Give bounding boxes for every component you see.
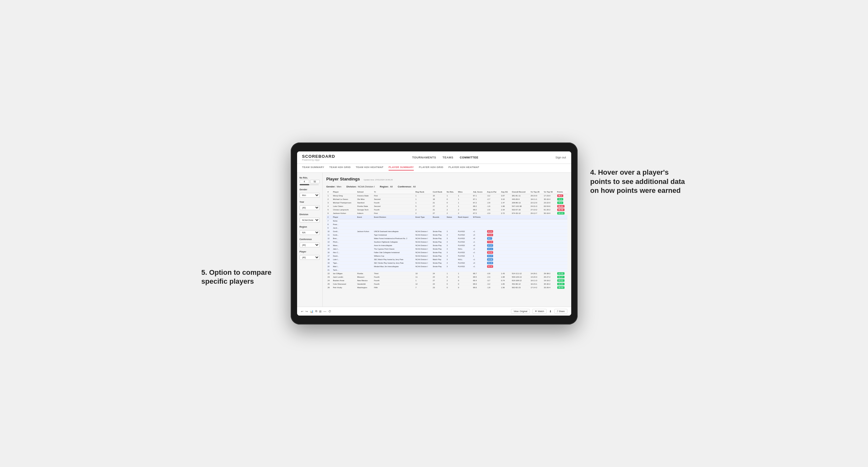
update-time: Update time: 27/01/2024 16:56:26 bbox=[364, 179, 393, 181]
view-button[interactable]: View: Original bbox=[511, 309, 530, 314]
cell-school: Auburn bbox=[356, 212, 373, 215]
cell-yr: Fourth bbox=[373, 201, 414, 205]
col-num: # bbox=[327, 190, 332, 194]
region-select[interactable]: N/A bbox=[300, 230, 320, 235]
slider-bar[interactable] bbox=[300, 184, 319, 185]
cell-conf-rank: 21 bbox=[431, 208, 445, 212]
table-row[interactable]: 3 Michael Thorbjornsen Stanford Fourth 1… bbox=[327, 201, 567, 205]
cell-points[interactable]: 39.95 bbox=[556, 282, 567, 286]
table-header-area: Player Standings Update time: 27/01/2024… bbox=[327, 177, 567, 188]
table-row[interactable]: 23 Jack Lundin Missouri Fourth 11 24 0 0… bbox=[327, 275, 567, 279]
redo-icon[interactable]: ↪ bbox=[305, 310, 308, 313]
gender-select[interactable]: Men bbox=[300, 193, 320, 198]
share-button[interactable]: ⤴ Share bbox=[554, 309, 567, 314]
subnav-team-h2h-heatmap[interactable]: TEAM H2H HEATMAP bbox=[356, 166, 383, 170]
nav-teams[interactable]: TEAMS bbox=[442, 156, 453, 159]
conference-select[interactable]: (All) bbox=[300, 243, 320, 247]
subnav-player-h2h-heatmap[interactable]: PLAYER H2H HEATMAP bbox=[448, 166, 479, 170]
tooltip-data-row: 20 Matt I... Mirabel Maui Jim Intercolle… bbox=[327, 265, 567, 269]
points-badge[interactable]: 39.95 bbox=[557, 283, 564, 285]
cell-conf-rank: 27 bbox=[431, 205, 445, 208]
tooltip-data-row: 10 Gordi... Jackson Kohon UNCW Seahawk I… bbox=[327, 230, 567, 234]
table-row[interactable]: 25 Cole Sherwood Vanderbilt Fourth 12 24… bbox=[327, 282, 567, 286]
cell-avg-sg: 1.56 bbox=[500, 286, 511, 289]
cell-num: 2 bbox=[327, 198, 332, 201]
division-select[interactable]: NCAA Division I bbox=[300, 218, 320, 222]
cell-wins: 0 bbox=[457, 275, 472, 279]
cell-wins: 2 bbox=[457, 208, 472, 212]
cell-conf-rank: 15 bbox=[431, 194, 445, 198]
no-rds-from[interactable] bbox=[300, 180, 309, 183]
points-badge[interactable]: 40.02 bbox=[557, 279, 564, 282]
cell-to-par: -3.7 bbox=[486, 279, 500, 282]
cell-player: Bastien Amat bbox=[332, 279, 356, 282]
table-row[interactable]: 4 Luke Claton Florida State Second 5 27 … bbox=[327, 205, 567, 208]
table-row[interactable]: 2 Michael La Sasso Ole Miss Second 1 18 … bbox=[327, 198, 567, 201]
cell-points[interactable]: 88.2 bbox=[556, 194, 567, 198]
cell-points[interactable]: 40.02 bbox=[556, 279, 567, 282]
download-icon[interactable]: ⬇ bbox=[549, 310, 552, 313]
sign-out[interactable]: Sign out bbox=[555, 156, 566, 159]
chart-icon[interactable]: 📊 bbox=[310, 310, 313, 313]
cell-vs25: 16-23-1 bbox=[529, 282, 542, 286]
cell-points[interactable]: 76.3 bbox=[556, 198, 567, 201]
cell-points[interactable]: 40.58 bbox=[556, 272, 567, 275]
points-badge[interactable]: 86.94 bbox=[557, 205, 564, 208]
cell-points[interactable]: 86.94 bbox=[556, 205, 567, 208]
cell-wins: 1 bbox=[457, 272, 472, 275]
cell-points[interactable]: 68.18 bbox=[556, 212, 567, 215]
cell-no-rds: 0 bbox=[445, 198, 457, 201]
annotation-left: 5. Option to compare specific players bbox=[202, 268, 278, 286]
cell-school: New Mexico bbox=[356, 279, 373, 282]
clock-icon[interactable]: ⏱ bbox=[328, 310, 331, 313]
table-row[interactable]: 5 Christo Lamprecht Georgia Tech Fourth … bbox=[327, 208, 567, 212]
watch-button[interactable]: 👁 Watch bbox=[532, 309, 547, 314]
cell-wins: 1 bbox=[457, 205, 472, 208]
tooltip-data-row: 14 Mane... Amer An Intercollegiate NCAA … bbox=[327, 244, 567, 247]
layout-icon[interactable]: ⊞ bbox=[319, 310, 322, 313]
cell-num: 25 bbox=[327, 282, 332, 286]
cell-player: Christo Lamprecht bbox=[332, 208, 356, 212]
table-row[interactable]: 6 Jackson Kohon Auburn First 2 27 2 2 67… bbox=[327, 212, 567, 215]
cell-points[interactable]: 40.27 bbox=[556, 275, 567, 279]
points-badge[interactable]: 40.58 bbox=[557, 272, 564, 275]
points-badge[interactable]: 40.27 bbox=[557, 276, 564, 278]
subnav-player-h2h-grid[interactable]: PLAYER H2H GRID bbox=[419, 166, 443, 170]
table-row[interactable]: 22 Ian Gilligan Florida Third 10 24 1 1 … bbox=[327, 272, 567, 275]
col-player: Player bbox=[332, 190, 356, 194]
table-row[interactable]: 1 Wenyi Ding Arizona State First 1 15 1 … bbox=[327, 194, 567, 198]
subnav-team-h2h-grid[interactable]: TEAM H2H GRID bbox=[329, 166, 351, 170]
copy-icon[interactable]: ⧉ bbox=[315, 310, 317, 313]
cell-points[interactable]: 38.49 bbox=[556, 286, 567, 289]
subnav-player-summary[interactable]: PLAYER SUMMARY bbox=[389, 166, 414, 170]
points-badge[interactable]: 68.18 bbox=[557, 212, 564, 215]
table-row[interactable]: 26 Petr Hruby Washington Fifth 7 23 0 0 … bbox=[327, 286, 567, 289]
points-badge[interactable]: 76.3 bbox=[557, 198, 564, 200]
cell-conf-rank: 18 bbox=[431, 198, 445, 201]
table-row[interactable]: 24 Bastien Amat New Mexico Fourth 1 27 2… bbox=[327, 279, 567, 282]
year-select[interactable]: (All) bbox=[300, 205, 320, 210]
logo-text: SCOREBOARD bbox=[302, 154, 335, 159]
dash-icon[interactable]: — bbox=[323, 310, 327, 313]
points-badge[interactable]: 38.49 bbox=[557, 286, 564, 289]
points-badge[interactable]: 70.2 bbox=[557, 201, 564, 204]
points-badge[interactable]: 88.2 bbox=[557, 194, 564, 197]
cell-vs50: 35-16-4 bbox=[542, 198, 556, 201]
subnav-team-summary[interactable]: TEAM SUMMARY bbox=[302, 166, 324, 170]
nav-tournaments[interactable]: TOURNAMENTS bbox=[412, 156, 436, 159]
cell-wins: 1 bbox=[457, 194, 472, 198]
cell-wins: 0 bbox=[457, 282, 472, 286]
col-to-par: Avg to-Par bbox=[486, 190, 500, 194]
undo-icon[interactable]: ↩ bbox=[301, 310, 304, 313]
standings-header: Player Standings Update time: 27/01/2024… bbox=[327, 177, 567, 183]
nav-committee[interactable]: COMMITTEE bbox=[460, 156, 478, 159]
player-select[interactable]: (All) bbox=[300, 255, 320, 260]
cell-points[interactable]: 70.2 bbox=[556, 201, 567, 205]
cell-avg-sg: 1.65 bbox=[500, 282, 511, 286]
cell-reg-rank: 2 bbox=[414, 208, 431, 212]
cell-points[interactable]: 80.49 bbox=[556, 208, 567, 212]
col-adj-score: Adj. Score bbox=[472, 190, 486, 194]
table-header-row: # Player School Yr Reg Rank Conf Rank No… bbox=[327, 190, 567, 194]
no-rds-to[interactable] bbox=[310, 180, 320, 183]
points-badge[interactable]: 80.49 bbox=[557, 209, 564, 211]
